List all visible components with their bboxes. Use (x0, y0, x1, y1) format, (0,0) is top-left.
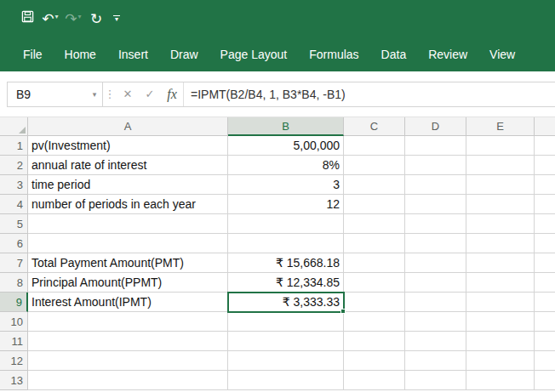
cell-F12[interactable] (535, 351, 555, 371)
select-all-corner[interactable] (0, 117, 28, 136)
cancel-button[interactable]: ✕ (117, 82, 139, 106)
cell-C7[interactable] (344, 253, 405, 273)
cell-C10[interactable] (344, 312, 405, 332)
name-box[interactable]: B9 ▾ (8, 82, 103, 106)
row-header-13[interactable]: 13 (0, 371, 28, 390)
row-header-6[interactable]: 6 (0, 234, 28, 253)
cell-C6[interactable] (344, 234, 405, 253)
cell-F9[interactable] (535, 293, 555, 312)
cell-B12[interactable] (228, 351, 344, 371)
cell-F8[interactable] (535, 273, 555, 293)
fill-handle[interactable] (340, 309, 346, 314)
cell-D5[interactable] (405, 214, 466, 234)
tab-review[interactable]: Review (417, 37, 478, 71)
cell-C8[interactable] (344, 273, 405, 293)
cell-A2[interactable]: annual rate of interest (28, 156, 228, 175)
cell-A4[interactable]: number of periods in each year (28, 195, 228, 214)
cell-D2[interactable] (405, 156, 466, 175)
cell-C13[interactable] (344, 371, 405, 390)
cell-A11[interactable] (28, 332, 228, 351)
cell-E4[interactable] (466, 195, 535, 214)
name-box-dropdown-icon[interactable]: ▾ (87, 90, 102, 99)
row-header-3[interactable]: 3 (0, 175, 28, 195)
cell-A8[interactable]: Principal Amount(PPMT) (28, 273, 228, 293)
cell-D8[interactable] (405, 273, 466, 293)
cell-D4[interactable] (405, 195, 466, 214)
row-header-9[interactable]: 9 (0, 293, 28, 312)
column-header-E[interactable]: E (466, 117, 535, 136)
row-header-7[interactable]: 7 (0, 253, 28, 273)
redo-button[interactable]: ↷▾ (63, 8, 83, 30)
cell-F13[interactable] (535, 371, 555, 390)
tab-data[interactable]: Data (370, 37, 418, 71)
insert-function-button[interactable]: fx (161, 82, 183, 106)
row-header-12[interactable]: 12 (0, 351, 28, 371)
cell-B4[interactable]: 12 (228, 195, 344, 214)
cell-A6[interactable] (28, 234, 228, 253)
row-header-4[interactable]: 4 (0, 195, 28, 214)
cell-D11[interactable] (405, 332, 466, 351)
cell-D10[interactable] (405, 312, 466, 332)
cell-A7[interactable]: Total Payment Amount(PMT) (28, 253, 228, 273)
cell-D1[interactable] (405, 136, 466, 156)
cell-B5[interactable] (228, 214, 344, 234)
tab-insert[interactable]: Insert (107, 37, 159, 71)
formula-input[interactable]: =IPMT(B2/B4, 1, B3*B4, -B1) (183, 82, 555, 106)
column-header-C[interactable]: C (344, 117, 405, 136)
row-header-1[interactable]: 1 (0, 136, 28, 156)
save-button[interactable] (17, 8, 37, 30)
cell-E10[interactable] (466, 312, 535, 332)
cell-B10[interactable] (228, 312, 344, 332)
cell-B9-selected[interactable]: ₹ 3,333.33 (228, 293, 344, 312)
cell-E6[interactable] (466, 234, 535, 253)
cell-B3[interactable]: 3 (228, 175, 344, 195)
cell-C9[interactable] (344, 293, 405, 312)
cell-F7[interactable] (535, 253, 555, 273)
cell-A13[interactable] (28, 371, 228, 390)
cell-D13[interactable] (405, 371, 466, 390)
cell-B1[interactable]: 5,00,000 (228, 136, 344, 156)
column-header-D[interactable]: D (405, 117, 466, 136)
column-header-B[interactable]: B (228, 117, 344, 136)
redo-dropdown-icon[interactable]: ▾ (78, 13, 82, 20)
cell-E3[interactable] (466, 175, 535, 195)
formula-bar-resize-handle[interactable]: ⋮ (103, 82, 117, 106)
cell-F6[interactable] (535, 234, 555, 253)
cell-D7[interactable] (405, 253, 466, 273)
row-header-2[interactable]: 2 (0, 156, 28, 175)
cell-E7[interactable] (466, 253, 535, 273)
cell-F3[interactable] (535, 175, 555, 195)
cell-C11[interactable] (344, 332, 405, 351)
cell-E5[interactable] (466, 214, 535, 234)
tab-file[interactable]: File (12, 37, 54, 71)
undo-button[interactable]: ↶▾ (40, 8, 60, 30)
column-header-A[interactable]: A (28, 117, 228, 136)
cell-F4[interactable] (535, 195, 555, 214)
cell-B6[interactable] (228, 234, 344, 253)
column-header-partial[interactable] (535, 117, 555, 136)
repeat-button[interactable]: ↻ (86, 8, 106, 30)
cell-E9[interactable] (466, 293, 535, 312)
cell-A10[interactable] (28, 312, 228, 332)
cell-F5[interactable] (535, 214, 555, 234)
cell-E1[interactable] (466, 136, 535, 156)
cell-B7[interactable]: ₹ 15,668.18 (228, 253, 344, 273)
cell-C2[interactable] (344, 156, 405, 175)
cell-B2[interactable]: 8% (228, 156, 344, 175)
cell-D12[interactable] (405, 351, 466, 371)
cell-C1[interactable] (344, 136, 405, 156)
cell-E12[interactable] (466, 351, 535, 371)
cell-D6[interactable] (405, 234, 466, 253)
customize-qat-button[interactable]: ▾ (109, 8, 124, 30)
cell-C3[interactable] (344, 175, 405, 195)
cell-E13[interactable] (466, 371, 535, 390)
cell-A1[interactable]: pv(Investment) (28, 136, 228, 156)
cell-A12[interactable] (28, 351, 228, 371)
cell-F11[interactable] (535, 332, 555, 351)
row-header-11[interactable]: 11 (0, 332, 28, 351)
tab-view[interactable]: View (478, 37, 526, 71)
cell-E2[interactable] (466, 156, 535, 175)
cell-E8[interactable] (466, 273, 535, 293)
row-header-5[interactable]: 5 (0, 214, 28, 234)
tab-home[interactable]: Home (54, 37, 107, 71)
